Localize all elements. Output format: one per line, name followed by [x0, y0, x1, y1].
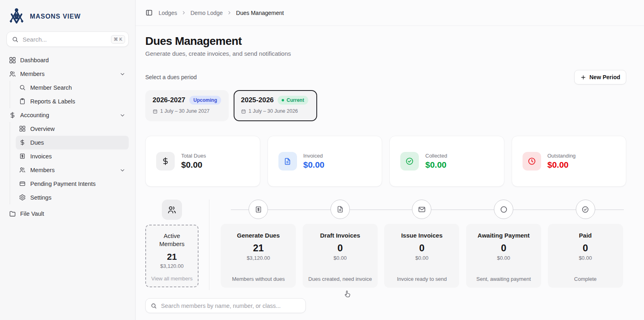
sidebar-item-accounting[interactable]: Accounting: [6, 108, 129, 122]
credit-card-icon: [19, 180, 26, 187]
search-icon: [19, 84, 26, 91]
member-search-box[interactable]: [145, 298, 306, 313]
folder-icon: [9, 210, 16, 217]
chevron-right-icon: [181, 10, 186, 15]
sidebar-search[interactable]: ⌘ K: [6, 32, 129, 47]
period-range-text: 1 July – 30 June 2027: [160, 108, 209, 114]
sidebar-item-reports-labels[interactable]: Reports & Labels: [16, 95, 129, 108]
chevron-down-icon: [119, 71, 125, 77]
breadcrumb-current: Dues Management: [236, 10, 284, 16]
stage-description: Invoice ready to send: [397, 276, 447, 282]
grid-icon: [19, 125, 26, 133]
sidebar-nav: Dashboard Members Member Search Reports …: [6, 53, 129, 221]
circle-check-icon: [576, 200, 595, 219]
active-members-card[interactable]: Active Members 21 $3,120.00 View all mem…: [145, 225, 199, 287]
stage-card-paid[interactable]: Paid 0 $0.00 Complete: [548, 224, 623, 288]
period-cards: 2026-2027 Upcoming 1 July – 30 June 2027…: [145, 90, 626, 121]
stage-card-generate-dues[interactable]: Generate Dues 21 $3,120.00 Members witho…: [221, 224, 296, 288]
stage-column-awaiting-payment: Awaiting Payment 0 $0.00 Sent, awaiting …: [463, 200, 545, 290]
sidebar-item-settings[interactable]: Settings: [16, 191, 129, 204]
sidebar-item-label: Pending Payment Intents: [30, 181, 96, 187]
clock-icon: [523, 152, 541, 171]
page-subtitle: Generate dues, create invoices, and send…: [145, 50, 626, 57]
stage-description: Dues created, need invoice: [308, 276, 372, 282]
file-text-icon: [330, 200, 350, 219]
stage-amount: $3,120.00: [247, 255, 270, 261]
stage-count: 0: [501, 242, 506, 254]
sidebar-item-label: Accounting: [20, 112, 49, 118]
member-search-input[interactable]: [161, 303, 301, 309]
stat-label: Collected: [425, 153, 447, 159]
search-icon: [151, 303, 157, 309]
sidebar-item-dashboard[interactable]: Dashboard: [6, 53, 129, 67]
mail-icon: [412, 200, 431, 219]
sidebar-item-file-vault[interactable]: File Vault: [6, 207, 129, 221]
breadcrumb: Lodges Demo Lodge Dues Management: [159, 10, 284, 16]
active-members-title: Active Members: [153, 232, 191, 248]
stage-amount: $0.00: [334, 255, 347, 261]
stage-count: 0: [337, 242, 343, 254]
breadcrumb-lodges[interactable]: Lodges: [159, 10, 177, 16]
content: Dues Management Generate dues, create in…: [136, 26, 644, 320]
stat-card-collected: Collected $0.00: [389, 136, 504, 187]
period-years: 2025-2026: [241, 96, 274, 104]
status-dot: [282, 99, 284, 101]
period-card-upcoming[interactable]: 2026-2027 Upcoming 1 July – 30 June 2027: [145, 90, 229, 121]
sidebar-item-dues[interactable]: Dues: [16, 136, 129, 149]
stage-amount: $0.00: [415, 255, 429, 261]
chevron-down-icon: [119, 112, 125, 118]
main: Lodges Demo Lodge Dues Management Dues M…: [136, 0, 644, 320]
stat-label: Invoiced: [303, 153, 325, 159]
active-members-count: 21: [167, 252, 177, 262]
pipeline-source-column: Active Members 21 $3,120.00 View all mem…: [145, 200, 199, 290]
sidebar-item-label: Member Search: [30, 84, 72, 91]
stage-count: 21: [253, 242, 264, 254]
stage-card-draft-invoices[interactable]: Draft Invoices 0 $0.00 Dues created, nee…: [303, 224, 378, 288]
stage-card-awaiting-payment[interactable]: Awaiting Payment 0 $0.00 Sent, awaiting …: [466, 224, 541, 288]
new-period-button[interactable]: New Period: [574, 70, 626, 84]
stage-column-draft-invoices: Draft Invoices 0 $0.00 Dues created, nee…: [299, 200, 381, 290]
receipt-icon: [19, 153, 26, 160]
sidebar-toggle-icon[interactable]: [145, 9, 153, 17]
circle-check-icon: [400, 152, 419, 171]
dollar-icon: [9, 112, 16, 119]
sidebar-item-members-accounting[interactable]: Members: [16, 163, 129, 177]
stat-card-outstanding: Outstanding $0.00: [512, 136, 627, 187]
upcoming-badge: Upcoming: [189, 96, 221, 105]
stage-title: Draft Invoices: [320, 232, 360, 239]
view-all-members-link[interactable]: View all members: [151, 276, 192, 282]
stage-title: Generate Dues: [237, 232, 280, 239]
period-card-current[interactable]: 2025-2026 Current 1 July – 30 June 2026: [234, 90, 317, 121]
sidebar-item-members[interactable]: Members: [6, 67, 129, 81]
grid-icon: [9, 57, 16, 64]
users-icon: [162, 200, 182, 220]
sidebar-item-pending-payment-intents[interactable]: Pending Payment Intents: [16, 177, 129, 191]
sidebar-item-member-search[interactable]: Member Search: [16, 81, 129, 95]
stat-value: $0.00: [303, 160, 325, 170]
sidebar-search-input[interactable]: [23, 36, 107, 43]
sidebar-item-label: Members: [20, 71, 44, 77]
sidebar-item-label: Dashboard: [20, 57, 49, 63]
sidebar-item-invoices[interactable]: Invoices: [16, 149, 129, 163]
calendar-icon: [241, 109, 246, 114]
members-subnav: Member Search Reports & Labels: [10, 81, 129, 108]
breadcrumb-demo-lodge[interactable]: Demo Lodge: [190, 10, 223, 16]
sidebar: MASONS VIEW ⌘ K Dashboard Members Member…: [0, 0, 136, 320]
stage-card-issue-invoices[interactable]: Issue Invoices 0 $0.00 Invoice ready to …: [384, 224, 459, 288]
sidebar-item-overview[interactable]: Overview: [16, 122, 129, 136]
stage-column-paid: Paid 0 $0.00 Complete: [544, 200, 626, 290]
file-text-icon: [278, 152, 297, 171]
sidebar-item-label: Dues: [30, 139, 44, 146]
receipt-dollar-icon: [249, 200, 268, 219]
dollar-icon: [156, 152, 175, 171]
sidebar-item-label: Invoices: [30, 153, 52, 160]
stage-description: Complete: [574, 276, 597, 282]
sidebar-item-label: Members: [30, 167, 54, 173]
masons-logo-icon: [7, 7, 26, 26]
active-members-amount: $3,120.00: [160, 263, 184, 269]
stage-title: Issue Invoices: [401, 232, 443, 239]
chevron-right-icon: [227, 10, 232, 15]
sidebar-item-label: File Vault: [20, 211, 44, 217]
search-icon: [12, 36, 19, 43]
stat-label: Outstanding: [548, 153, 576, 159]
